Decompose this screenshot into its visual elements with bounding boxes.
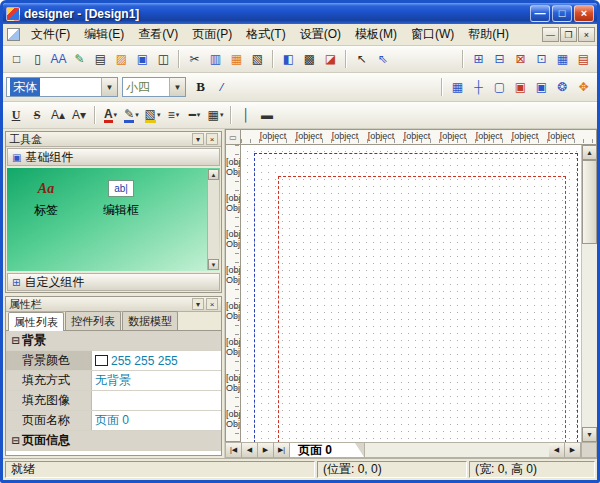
- new-icon[interactable]: □: [6, 49, 27, 69]
- show-grid-icon[interactable]: ⊟: [489, 49, 510, 69]
- next-page-button[interactable]: ▶: [258, 443, 274, 457]
- vertical-scroll-thumb[interactable]: [582, 160, 597, 244]
- properties-collapse-button[interactable]: ▾: [192, 298, 204, 310]
- red-frame-icon[interactable]: ▣: [510, 77, 531, 97]
- status-position: (位置: 0, 0): [317, 461, 467, 478]
- italic-button[interactable]: /: [211, 77, 232, 97]
- vertical-scrollbar[interactable]: ▲ ▼: [581, 145, 597, 442]
- menu-file[interactable]: 文件(F): [24, 23, 77, 46]
- gear-icon[interactable]: ❂: [552, 77, 573, 97]
- vertical-scroll-track[interactable]: [582, 244, 597, 427]
- menu-help[interactable]: 帮助(H): [461, 23, 516, 46]
- first-page-button[interactable]: |◀: [226, 443, 242, 457]
- eraser-icon[interactable]: ◪: [320, 49, 341, 69]
- scroll-right-icon[interactable]: ▶: [565, 443, 581, 457]
- bold-button[interactable]: B: [190, 77, 211, 97]
- mdi-close-button[interactable]: ×: [578, 27, 595, 42]
- horizontal-scrollbar[interactable]: ◀ ▶: [364, 443, 596, 457]
- toolbox-collapse-button[interactable]: ▾: [192, 133, 204, 145]
- tab-control-list[interactable]: 控件列表: [65, 311, 121, 330]
- toolbox-close-button[interactable]: ×: [206, 133, 218, 145]
- same-size-icon[interactable]: ▦: [552, 49, 573, 69]
- distribute-icon[interactable]: ⊡: [531, 49, 552, 69]
- editbox-component[interactable]: ab| 编辑框: [103, 180, 139, 219]
- font-size-combobox[interactable]: 小四 ▼: [122, 77, 186, 97]
- color-swatch: [95, 355, 108, 366]
- clipboard-icon[interactable]: ▧: [247, 49, 268, 69]
- print-icon[interactable]: ▩: [299, 49, 320, 69]
- tab-property-list[interactable]: 属性列表: [8, 312, 64, 331]
- save-icon[interactable]: ▣: [132, 49, 153, 69]
- copy-icon[interactable]: ▥: [205, 49, 226, 69]
- font-name-dropdown-icon[interactable]: ▼: [101, 78, 117, 96]
- scroll-up-icon[interactable]: ▲: [208, 169, 219, 180]
- vline-icon[interactable]: │: [236, 105, 257, 125]
- maximize-button[interactable]: □: [552, 5, 572, 22]
- prop-row-fill-mode[interactable]: 填充方式 无背景: [6, 371, 221, 391]
- menu-window[interactable]: 窗口(W): [404, 23, 461, 46]
- scroll-down-icon[interactable]: ▼: [208, 259, 219, 270]
- tab-data-model[interactable]: 数据模型: [122, 311, 178, 330]
- cut-icon[interactable]: ✂: [184, 49, 205, 69]
- hand-icon[interactable]: ✥: [573, 77, 594, 97]
- menu-settings[interactable]: 设置(O): [293, 23, 348, 46]
- align-icon[interactable]: ⊠: [510, 49, 531, 69]
- dash-frame-icon[interactable]: ▢: [489, 77, 510, 97]
- last-page-button[interactable]: ▶|: [274, 443, 290, 457]
- line-width-icon[interactable]: ━▾: [184, 105, 205, 125]
- border-icon[interactable]: ▦▾: [205, 105, 226, 125]
- scroll-up-icon[interactable]: ▲: [582, 145, 597, 160]
- shrink-font-icon[interactable]: A▾: [69, 105, 90, 125]
- scroll-left-icon[interactable]: ◀: [549, 443, 565, 457]
- grow-font-icon[interactable]: A▴: [48, 105, 69, 125]
- edit-check-icon[interactable]: ✎: [69, 49, 90, 69]
- page-layout-icon[interactable]: ◧: [278, 49, 299, 69]
- prop-group-page-info[interactable]: ⊟页面信息: [6, 431, 221, 451]
- prev-page-button[interactable]: ◀: [242, 443, 258, 457]
- menu-view[interactable]: 查看(V): [131, 23, 185, 46]
- menu-template[interactable]: 模板(M): [348, 23, 404, 46]
- minimize-button[interactable]: —: [530, 5, 550, 22]
- prop-row-page-name[interactable]: 页面名称 页面 0: [6, 411, 221, 431]
- grid-dots-icon[interactable]: ▦: [447, 77, 468, 97]
- ruler-icon[interactable]: ┼: [468, 77, 489, 97]
- label-component[interactable]: Aa 标签: [33, 180, 59, 219]
- design-page[interactable]: [241, 145, 581, 442]
- line-style-icon[interactable]: ≡▾: [163, 105, 184, 125]
- underline-icon[interactable]: U: [6, 105, 27, 125]
- mdi-minimize-button[interactable]: —: [542, 27, 559, 42]
- strikethrough-icon[interactable]: S: [27, 105, 48, 125]
- font-color-icon[interactable]: A▾: [100, 105, 121, 125]
- open-icon[interactable]: ▨: [111, 49, 132, 69]
- scroll-down-icon[interactable]: ▼: [582, 427, 597, 442]
- menu-format[interactable]: 格式(T): [239, 23, 292, 46]
- layout-grid-icon[interactable]: ▤: [573, 49, 594, 69]
- menu-edit[interactable]: 编辑(E): [77, 23, 131, 46]
- properties-close-button[interactable]: ×: [206, 298, 218, 310]
- font-name-combobox[interactable]: 宋体 ▼: [6, 77, 118, 97]
- new-template-icon[interactable]: ▯: [27, 49, 48, 69]
- fonts-icon[interactable]: AA: [48, 49, 69, 69]
- snap-grid-icon[interactable]: ⊞: [468, 49, 489, 69]
- prop-group-background[interactable]: ⊟背景: [6, 331, 221, 351]
- prop-row-fill-image[interactable]: 填充图像: [6, 391, 221, 411]
- font-size-dropdown-icon[interactable]: ▼: [169, 78, 185, 96]
- prop-row-bg-color[interactable]: 背景颜色 255 255 255: [6, 351, 221, 371]
- save-as-icon[interactable]: ◫: [153, 49, 174, 69]
- toolbox-scrollbar[interactable]: ▲ ▼: [207, 169, 219, 270]
- paste-icon[interactable]: ▦: [226, 49, 247, 69]
- close-button[interactable]: ×: [574, 5, 594, 22]
- fill-color-icon[interactable]: ▧▾: [142, 105, 163, 125]
- toolbox-section-basic[interactable]: ▣ 基础组件: [7, 148, 220, 166]
- toolbox-section-custom[interactable]: ⊞ 自定义组件: [7, 273, 220, 291]
- mdi-restore-button[interactable]: ❐: [560, 27, 577, 42]
- line-color-icon[interactable]: ✎▾: [121, 105, 142, 125]
- hline-icon[interactable]: ▬: [257, 105, 278, 125]
- blue-frame-icon[interactable]: ▣: [531, 77, 552, 97]
- select-arrow-icon[interactable]: ↖: [351, 49, 372, 69]
- mdi-child-icon[interactable]: [7, 28, 20, 41]
- page-setup-icon[interactable]: ▤: [90, 49, 111, 69]
- page-tab[interactable]: 页面 0: [290, 443, 364, 457]
- menu-page[interactable]: 页面(P): [185, 23, 239, 46]
- pick-arrow-icon[interactable]: ⇖: [372, 49, 393, 69]
